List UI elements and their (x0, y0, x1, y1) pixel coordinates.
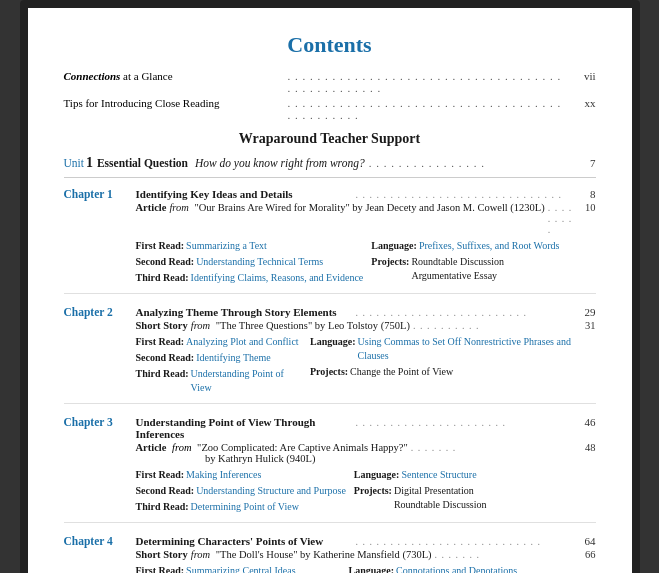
read-label-1-1: First Read: (136, 239, 185, 253)
read-text-1-3: Identifying Claims, Reasons, and Evidenc… (191, 271, 364, 285)
article-page-3: 48 (576, 442, 596, 453)
chapter-topic-3: Understanding Point of View Through Infe… (136, 416, 353, 440)
unit-page: 7 (572, 157, 596, 169)
lang-label-2: Language: (310, 335, 356, 349)
proj-label-2: Projects: (310, 365, 348, 379)
reads-left-3: First Read: Making Inferences Second Rea… (136, 468, 346, 514)
article-row-3: Article from "Zoo Complicated: Are Capti… (136, 442, 596, 464)
chapter-dots-4: . . . . . . . . . . . . . . . . . . . . … (356, 536, 573, 547)
article-from-1: from (169, 202, 188, 213)
article-page-2: 31 (576, 320, 596, 331)
reads-right-1: Language: Prefixes, Suffixes, and Root W… (371, 239, 559, 285)
lang-row-2: Language: Using Commas to Set Off Nonres… (310, 335, 596, 363)
read-text-4-1: Summarizing Central Ideas (186, 564, 295, 573)
article-dots-3: . . . . . . . (411, 442, 573, 453)
proj-value-3: Digital PresentationRoundtable Discussio… (394, 484, 487, 512)
proj-row-3: Projects: Digital PresentationRoundtable… (354, 484, 487, 512)
read-row-2-1: First Read: Analyzing Plot and Conflict (136, 335, 302, 349)
read-label-1-3: Third Read: (136, 271, 189, 285)
proj-value-2: Change the Point of View (350, 365, 453, 379)
read-label-3-3: Third Read: (136, 500, 189, 514)
chapter-title-row-2: Chapter 2 Analyzing Theme Through Story … (64, 306, 596, 318)
article-dots-2: . . . . . . . . . . (413, 320, 573, 331)
proj-label-3: Projects: (354, 484, 392, 498)
unit-dots: . . . . . . . . . . . . . . . . (369, 157, 568, 169)
lang-value-4: Connotations and Denotations (396, 564, 517, 573)
intro-label-1: Connections at a Glance (64, 70, 284, 82)
chapter-title-row-4: Chapter 4 Determining Characters' Points… (64, 535, 596, 547)
chapter-page-4: 64 (576, 535, 596, 547)
read-text-1-1: Summarizing a Text (186, 239, 267, 253)
read-row-1-1: First Read: Summarizing a Text (136, 239, 364, 253)
reads-right-3: Language: Sentence Structure Projects: D… (354, 468, 487, 514)
article-dots-1: . . . . . . . . . (548, 202, 573, 235)
intro-label-2: Tips for Introducing Close Reading (64, 97, 284, 109)
chapter-num-1: Chapter 1 (64, 188, 136, 200)
toc-intro: Connections at a Glance . . . . . . . . … (64, 70, 596, 121)
read-text-3-3: Determining Point of View (191, 500, 299, 514)
reads-left-4: First Read: Summarizing Central Ideas Se… (136, 564, 341, 573)
chapter-num-2: Chapter 2 (64, 306, 136, 318)
reads-right-4: Language: Connotations and Denotations P… (349, 564, 518, 573)
chapter-topic-2: Analyzing Theme Through Story Elements (136, 306, 353, 318)
article-row-1: Article from "Our Brains Are Wired for M… (136, 202, 596, 235)
unit-eq-text: How do you know right from wrong? (195, 157, 365, 169)
intro-row-1: Connections at a Glance . . . . . . . . … (64, 70, 596, 94)
lang-label-1: Language: (371, 239, 417, 253)
unit-row: Unit 1 Essential Question How do you kno… (64, 155, 596, 178)
intro-dots-1: . . . . . . . . . . . . . . . . . . . . … (288, 70, 568, 94)
read-label-2-2: Second Read: (136, 351, 195, 365)
proj-row-2: Projects: Change the Point of View (310, 365, 596, 379)
chapter-num-4: Chapter 4 (64, 535, 136, 547)
read-label-4-1: First Read: (136, 564, 185, 573)
article-label-2: Short Story (136, 320, 188, 331)
lang-label-4: Language: (349, 564, 395, 573)
chapter-topic-4: Determining Characters' Points of View (136, 535, 353, 547)
page-title: Contents (64, 32, 596, 58)
article-title-2: "The Three Questions" by Leo Tolstoy (75… (216, 320, 410, 331)
chapter-block-4: Chapter 4 Determining Characters' Points… (64, 535, 596, 573)
read-label-2-3: Third Read: (136, 367, 189, 381)
article-page-1: 10 (576, 202, 596, 213)
unit-label: Unit (64, 157, 84, 169)
reads-container-3: First Read: Making Inferences Second Rea… (136, 468, 596, 514)
article-from-4: from (191, 549, 210, 560)
chapter-dots-3: . . . . . . . . . . . . . . . . . . . . … (356, 417, 573, 428)
proj-value-1: Roundtable DiscussionArgumentative Essay (411, 255, 504, 283)
lang-row-4: Language: Connotations and Denotations (349, 564, 518, 573)
article-from-3: from (169, 442, 191, 453)
unit-eq-label: Essential Question (97, 157, 188, 169)
reads-left-2: First Read: Analyzing Plot and Conflict … (136, 335, 302, 395)
read-text-3-2: Understanding Structure and Purpose (196, 484, 346, 498)
article-label-1: Article (136, 202, 167, 213)
read-row-1-2: Second Read: Understanding Technical Ter… (136, 255, 364, 269)
intro-dots-2: . . . . . . . . . . . . . . . . . . . . … (288, 97, 568, 121)
intro-page-2: xx (572, 97, 596, 109)
reads-container-4: First Read: Summarizing Central Ideas Se… (136, 564, 596, 573)
read-row-2-2: Second Read: Identifying Theme (136, 351, 302, 365)
read-label-3-2: Second Read: (136, 484, 195, 498)
article-label-4: Short Story (136, 549, 188, 560)
lang-row-1: Language: Prefixes, Suffixes, and Root W… (371, 239, 559, 253)
read-label-1-2: Second Read: (136, 255, 195, 269)
read-text-2-2: Identifying Theme (196, 351, 271, 365)
intro-page-1: vii (572, 70, 596, 82)
reads-container-1: First Read: Summarizing a Text Second Re… (136, 239, 596, 285)
read-text-3-1: Making Inferences (186, 468, 261, 482)
read-row-3-1: First Read: Making Inferences (136, 468, 346, 482)
chapter-dots-1: . . . . . . . . . . . . . . . . . . . . … (356, 189, 573, 200)
section-header: Wraparound Teacher Support (64, 131, 596, 147)
chapter-page-3: 46 (576, 416, 596, 428)
lang-row-3: Language: Sentence Structure (354, 468, 487, 482)
reads-right-2: Language: Using Commas to Set Off Nonres… (310, 335, 596, 395)
article-row-2: Short Story from "The Three Questions" b… (136, 320, 596, 331)
chapter-num-3: Chapter 3 (64, 416, 136, 428)
chapter-block-1: Chapter 1 Identifying Key Ideas and Deta… (64, 188, 596, 294)
article-title-4: "The Doll's House" by Katherine Mansfiel… (216, 549, 432, 560)
lang-value-1: Prefixes, Suffixes, and Root Words (419, 239, 559, 253)
lang-value-2: Using Commas to Set Off Nonrestrictive P… (358, 335, 596, 363)
read-row-4-1: First Read: Summarizing Central Ideas (136, 564, 341, 573)
chapter-page-1: 8 (576, 188, 596, 200)
read-row-3-3: Third Read: Determining Point of View (136, 500, 346, 514)
read-row-1-3: Third Read: Identifying Claims, Reasons,… (136, 271, 364, 285)
